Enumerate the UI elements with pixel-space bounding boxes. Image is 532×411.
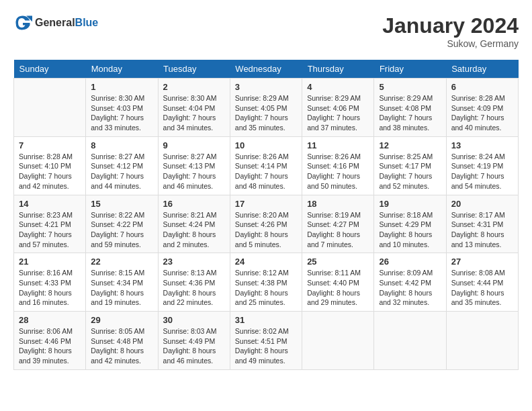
day-info: Sunrise: 8:13 AM Sunset: 4:36 PM Dayligh… [163, 268, 225, 308]
day-info: Sunrise: 8:16 AM Sunset: 4:33 PM Dayligh… [19, 268, 81, 308]
day-info: Sunrise: 8:19 AM Sunset: 4:27 PM Dayligh… [307, 210, 369, 250]
day-number: 1 [91, 82, 152, 92]
day-number: 16 [163, 199, 225, 209]
day-number: 9 [163, 140, 225, 150]
calendar-cell: 28Sunrise: 8:06 AM Sunset: 4:46 PM Dayli… [14, 312, 86, 370]
calendar-cell: 29Sunrise: 8:05 AM Sunset: 4:48 PM Dayli… [86, 312, 158, 370]
day-number: 31 [235, 315, 297, 325]
calendar-cell: 18Sunrise: 8:19 AM Sunset: 4:27 PM Dayli… [302, 195, 374, 253]
day-info: Sunrise: 8:05 AM Sunset: 4:48 PM Dayligh… [91, 326, 152, 366]
calendar-cell [446, 312, 518, 370]
weekday-header-friday: Friday [374, 60, 446, 79]
day-info: Sunrise: 8:30 AM Sunset: 4:03 PM Dayligh… [91, 93, 152, 133]
day-number: 7 [19, 140, 81, 150]
day-number: 28 [19, 315, 81, 325]
day-info: Sunrise: 8:21 AM Sunset: 4:24 PM Dayligh… [163, 210, 225, 250]
weekday-header-tuesday: Tuesday [158, 60, 230, 79]
day-number: 13 [451, 140, 513, 150]
day-info: Sunrise: 8:23 AM Sunset: 4:21 PM Dayligh… [19, 210, 81, 250]
calendar-cell: 27Sunrise: 8:08 AM Sunset: 4:44 PM Dayli… [446, 253, 518, 312]
day-number: 6 [451, 82, 513, 92]
calendar-cell: 13Sunrise: 8:24 AM Sunset: 4:19 PM Dayli… [446, 136, 518, 195]
day-info: Sunrise: 8:29 AM Sunset: 4:08 PM Dayligh… [379, 93, 441, 133]
calendar-cell: 10Sunrise: 8:26 AM Sunset: 4:14 PM Dayli… [230, 136, 302, 195]
weekday-header-wednesday: Wednesday [230, 60, 302, 79]
calendar-cell: 17Sunrise: 8:20 AM Sunset: 4:26 PM Dayli… [230, 195, 302, 253]
day-info: Sunrise: 8:09 AM Sunset: 4:42 PM Dayligh… [379, 268, 441, 308]
calendar-cell: 20Sunrise: 8:17 AM Sunset: 4:31 PM Dayli… [446, 195, 518, 253]
day-number: 3 [235, 82, 297, 92]
calendar-cell: 23Sunrise: 8:13 AM Sunset: 4:36 PM Dayli… [158, 253, 230, 312]
day-number: 25 [307, 257, 369, 267]
calendar-cell: 16Sunrise: 8:21 AM Sunset: 4:24 PM Dayli… [158, 195, 230, 253]
calendar-cell [302, 312, 374, 370]
day-info: Sunrise: 8:12 AM Sunset: 4:38 PM Dayligh… [235, 268, 297, 308]
calendar-cell: 15Sunrise: 8:22 AM Sunset: 4:22 PM Dayli… [86, 195, 158, 253]
day-info: Sunrise: 8:28 AM Sunset: 4:10 PM Dayligh… [19, 152, 81, 191]
calendar-cell: 1Sunrise: 8:30 AM Sunset: 4:03 PM Daylig… [86, 79, 158, 137]
calendar-cell: 8Sunrise: 8:27 AM Sunset: 4:12 PM Daylig… [86, 136, 158, 195]
calendar-week-row: 21Sunrise: 8:16 AM Sunset: 4:33 PM Dayli… [14, 253, 519, 312]
calendar-cell: 24Sunrise: 8:12 AM Sunset: 4:38 PM Dayli… [230, 253, 302, 312]
day-info: Sunrise: 8:26 AM Sunset: 4:16 PM Dayligh… [307, 152, 369, 191]
calendar-cell: 5Sunrise: 8:29 AM Sunset: 4:08 PM Daylig… [374, 79, 446, 137]
logo-icon [13, 13, 32, 32]
calendar-cell: 22Sunrise: 8:15 AM Sunset: 4:34 PM Dayli… [86, 253, 158, 312]
day-info: Sunrise: 8:29 AM Sunset: 4:06 PM Dayligh… [307, 93, 369, 133]
day-info: Sunrise: 8:29 AM Sunset: 4:05 PM Dayligh… [235, 93, 297, 133]
calendar-cell: 26Sunrise: 8:09 AM Sunset: 4:42 PM Dayli… [374, 253, 446, 312]
day-number: 11 [307, 140, 369, 150]
day-info: Sunrise: 8:20 AM Sunset: 4:26 PM Dayligh… [235, 210, 297, 250]
day-info: Sunrise: 8:26 AM Sunset: 4:14 PM Dayligh… [235, 152, 297, 191]
title-block: January 2024 Sukow, Germany [382, 13, 519, 49]
day-number: 14 [19, 199, 81, 209]
calendar-cell: 6Sunrise: 8:28 AM Sunset: 4:09 PM Daylig… [446, 79, 518, 137]
day-info: Sunrise: 8:08 AM Sunset: 4:44 PM Dayligh… [451, 268, 513, 308]
weekday-header-sunday: Sunday [14, 60, 86, 79]
calendar-week-row: 7Sunrise: 8:28 AM Sunset: 4:10 PM Daylig… [14, 136, 519, 195]
calendar-cell: 11Sunrise: 8:26 AM Sunset: 4:16 PM Dayli… [302, 136, 374, 195]
logo: GeneralBlue [13, 13, 98, 32]
day-number: 26 [379, 257, 441, 267]
calendar-cell [14, 79, 86, 137]
calendar-cell [374, 312, 446, 370]
day-number: 17 [235, 199, 297, 209]
day-number: 23 [163, 257, 225, 267]
day-info: Sunrise: 8:03 AM Sunset: 4:49 PM Dayligh… [163, 326, 225, 366]
day-info: Sunrise: 8:28 AM Sunset: 4:09 PM Dayligh… [451, 93, 513, 133]
day-number: 5 [379, 82, 441, 92]
day-number: 19 [379, 199, 441, 209]
day-number: 18 [307, 199, 369, 209]
day-info: Sunrise: 8:17 AM Sunset: 4:31 PM Dayligh… [451, 210, 513, 250]
calendar-cell: 14Sunrise: 8:23 AM Sunset: 4:21 PM Dayli… [14, 195, 86, 253]
day-info: Sunrise: 8:11 AM Sunset: 4:40 PM Dayligh… [307, 268, 369, 308]
day-info: Sunrise: 8:22 AM Sunset: 4:22 PM Dayligh… [91, 210, 152, 250]
day-number: 21 [19, 257, 81, 267]
calendar-cell: 12Sunrise: 8:25 AM Sunset: 4:17 PM Dayli… [374, 136, 446, 195]
calendar-week-row: 14Sunrise: 8:23 AM Sunset: 4:21 PM Dayli… [14, 195, 519, 253]
day-info: Sunrise: 8:15 AM Sunset: 4:34 PM Dayligh… [91, 268, 152, 308]
day-number: 22 [91, 257, 152, 267]
calendar-cell: 21Sunrise: 8:16 AM Sunset: 4:33 PM Dayli… [14, 253, 86, 312]
day-info: Sunrise: 8:24 AM Sunset: 4:19 PM Dayligh… [451, 152, 513, 191]
day-number: 24 [235, 257, 297, 267]
day-info: Sunrise: 8:27 AM Sunset: 4:13 PM Dayligh… [163, 152, 225, 191]
day-info: Sunrise: 8:27 AM Sunset: 4:12 PM Dayligh… [91, 152, 152, 191]
calendar-cell: 3Sunrise: 8:29 AM Sunset: 4:05 PM Daylig… [230, 79, 302, 137]
weekday-header-thursday: Thursday [302, 60, 374, 79]
calendar-header-row: SundayMondayTuesdayWednesdayThursdayFrid… [14, 60, 519, 79]
weekday-header-monday: Monday [86, 60, 158, 79]
calendar-cell: 19Sunrise: 8:18 AM Sunset: 4:29 PM Dayli… [374, 195, 446, 253]
calendar-cell: 30Sunrise: 8:03 AM Sunset: 4:49 PM Dayli… [158, 312, 230, 370]
page-subtitle: Sukow, Germany [382, 38, 519, 49]
day-info: Sunrise: 8:25 AM Sunset: 4:17 PM Dayligh… [379, 152, 441, 191]
day-number: 20 [451, 199, 513, 209]
weekday-header-saturday: Saturday [446, 60, 518, 79]
day-info: Sunrise: 8:30 AM Sunset: 4:04 PM Dayligh… [163, 93, 225, 133]
day-number: 4 [307, 82, 369, 92]
logo-text-block: GeneralBlue [35, 17, 98, 29]
day-info: Sunrise: 8:02 AM Sunset: 4:51 PM Dayligh… [235, 326, 297, 366]
calendar-cell: 31Sunrise: 8:02 AM Sunset: 4:51 PM Dayli… [230, 312, 302, 370]
calendar-week-row: 1Sunrise: 8:30 AM Sunset: 4:03 PM Daylig… [14, 79, 519, 137]
page-header: GeneralBlue January 2024 Sukow, Germany [13, 13, 519, 49]
